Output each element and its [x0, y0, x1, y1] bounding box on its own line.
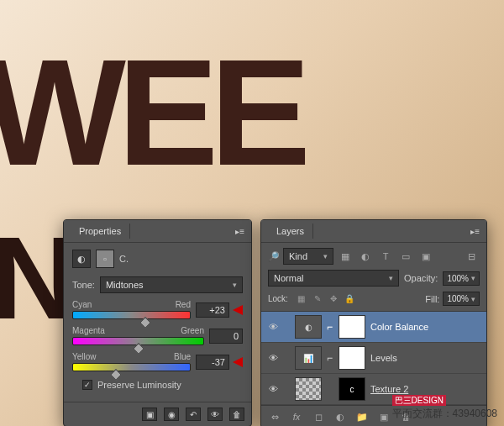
layer-row-levels[interactable]: 👁 📊 ⌐ Levels [261, 343, 486, 374]
lock-transparency-icon[interactable]: ▦ [295, 292, 308, 306]
lock-label: Lock: [268, 294, 288, 303]
layer-name[interactable]: Color Balance [370, 322, 428, 332]
blend-mode-value: Normal [274, 273, 303, 283]
link-icon: ⌐ [327, 321, 333, 333]
background-3d-text: WEE [0, 25, 302, 199]
fill-label: Fill: [425, 294, 439, 304]
layer-row-color-balance[interactable]: 👁 ◐ ⌐ Color Balance [261, 312, 486, 343]
tone-label: Tone: [72, 280, 95, 290]
filter-kind-select[interactable]: Kind ▾ [283, 248, 333, 265]
fx-icon[interactable]: fx [288, 409, 305, 424]
filter-smart-icon[interactable]: ▣ [417, 249, 434, 264]
properties-header[interactable]: Properties ▸≡ [64, 220, 251, 243]
red-label: Red [176, 300, 191, 309]
preserve-luminosity-checkbox[interactable]: ✓ Preserve Luminosity [82, 380, 243, 390]
layers-header[interactable]: Layers ▸≡ [261, 220, 486, 243]
opacity-input[interactable]: 100% ▾ [443, 271, 480, 286]
preserve-label: Preserve Luminosity [97, 380, 181, 390]
watermark-brand: 巴三DESIGN [392, 395, 446, 406]
layer-thumb[interactable] [295, 377, 322, 401]
opacity-value: 100% [447, 274, 469, 283]
slider-thumb[interactable] [110, 369, 122, 381]
magenta-green-slider[interactable] [72, 337, 204, 345]
yellow-blue-slider[interactable] [72, 363, 191, 371]
cyan-red-slider[interactable] [72, 311, 191, 319]
mask-icon[interactable]: ▫ [96, 250, 114, 268]
mask-thumb[interactable] [339, 346, 365, 370]
chevron-down-icon: ▾ [323, 252, 328, 260]
layer-list: 👁 ◐ ⌐ Color Balance 👁 📊 ⌐ Levels 👁 c Tex… [261, 312, 486, 405]
red-value-input[interactable]: +23 [196, 302, 229, 318]
visibility-icon[interactable]: 👁 [266, 382, 280, 396]
properties-footer: ▣ ◉ ↶ 👁 🗑 [64, 402, 251, 426]
properties-tab[interactable]: Properties [71, 224, 130, 239]
layer-name[interactable]: Texture 2 [370, 384, 408, 394]
red-arrow-indicator [233, 305, 243, 315]
toggle-visibility-icon[interactable]: 👁 [207, 408, 223, 421]
adjustment-thumb-icon[interactable]: 📊 [295, 346, 322, 370]
watermark-text: 平面交流群：43940608 [392, 408, 497, 419]
blue-label: Blue [174, 352, 191, 361]
watermark: 巴三DESIGN 平面交流群：43940608 [392, 394, 497, 421]
properties-panel: Properties ▸≡ ◐ ▫ C. Tone: Midtones ▾ Cy… [63, 219, 252, 426]
adjustment-type-icon[interactable]: ◐ [72, 250, 91, 268]
mask-add-icon[interactable]: ◻ [310, 409, 327, 424]
lock-pixels-icon[interactable]: ✎ [311, 292, 324, 306]
visibility-icon[interactable]: 👁 [266, 351, 280, 365]
new-layer-icon[interactable]: ▣ [375, 409, 392, 424]
fill-input[interactable]: 100% ▾ [443, 292, 480, 306]
tone-value: Midtones [106, 280, 144, 290]
adjustment-add-icon[interactable]: ◐ [332, 409, 349, 424]
lock-all-icon[interactable]: 🔒 [343, 292, 356, 306]
red-arrow-indicator [233, 357, 243, 367]
visibility-icon[interactable]: 👁 [266, 320, 280, 334]
filter-toggle-icon[interactable]: ⊟ [463, 249, 480, 264]
chevron-down-icon: ▾ [471, 274, 475, 282]
group-icon[interactable]: 📁 [354, 409, 370, 424]
background-3d-text-2: N [0, 210, 72, 346]
magenta-label: Magenta [72, 326, 105, 335]
yellow-label: Yellow [72, 352, 97, 361]
filter-type-icon[interactable]: T [377, 249, 394, 264]
checkbox-checked-icon: ✓ [82, 380, 92, 390]
green-label: Green [181, 326, 204, 335]
reset-icon[interactable]: ↶ [186, 408, 201, 421]
filter-kind-label: Kind [289, 251, 307, 261]
panel-menu-icon[interactable]: ▸≡ [235, 227, 244, 236]
filter-shape-icon[interactable]: ▭ [397, 249, 414, 264]
view-previous-icon[interactable]: ◉ [164, 408, 179, 421]
link-icon: ⌐ [327, 352, 333, 364]
chevron-down-icon: ▾ [233, 281, 237, 289]
blue-value-input[interactable]: -37 [196, 355, 229, 370]
lock-position-icon[interactable]: ✥ [327, 292, 340, 306]
tone-select[interactable]: Midtones ▾ [100, 276, 243, 293]
mask-thumb[interactable]: c [339, 377, 365, 401]
adjustment-title: C. [119, 254, 129, 264]
mask-thumb[interactable] [339, 315, 365, 339]
panel-menu-icon[interactable]: ▸≡ [470, 227, 480, 236]
fill-value: 100% [447, 294, 469, 303]
green-value-input[interactable]: 0 [209, 329, 243, 344]
opacity-label: Opacity: [404, 273, 438, 283]
layer-name[interactable]: Levels [370, 353, 397, 363]
chevron-down-icon: ▾ [389, 274, 393, 282]
delete-icon[interactable]: 🗑 [229, 408, 244, 421]
cyan-label: Cyan [72, 300, 92, 309]
layers-tab[interactable]: Layers [268, 224, 313, 239]
filter-search-icon[interactable]: 🔎 [268, 251, 280, 262]
link-layers-icon[interactable]: ⇔ [266, 409, 283, 424]
filter-pixel-icon[interactable]: ▦ [337, 249, 354, 264]
blend-mode-select[interactable]: Normal ▾ [268, 270, 399, 287]
adjustment-thumb-icon[interactable]: ◐ [295, 315, 322, 339]
clip-icon[interactable]: ▣ [142, 408, 157, 421]
chevron-down-icon: ▾ [471, 295, 475, 303]
filter-adjustment-icon[interactable]: ◐ [357, 249, 374, 264]
